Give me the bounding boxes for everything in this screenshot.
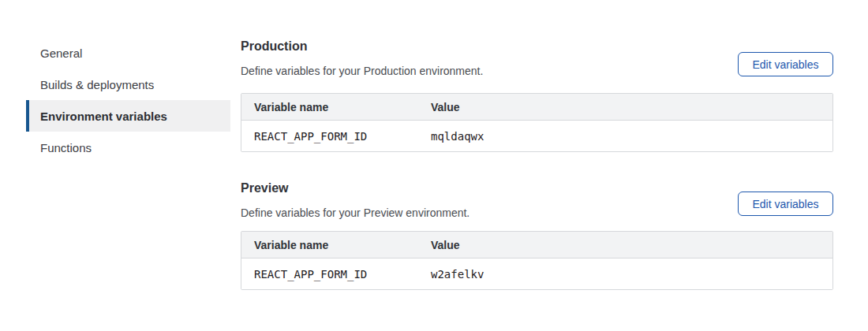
column-header-value: Value	[418, 232, 832, 258]
settings-sidebar: General Builds & deployments Environment…	[26, 37, 230, 163]
variable-name-cell: REACT_APP_FORM_ID	[241, 258, 418, 289]
production-edit-variables-button[interactable]: Edit variables	[738, 52, 833, 76]
table-header-row: Variable name Value	[241, 94, 832, 121]
table-row: REACT_APP_FORM_ID w2afelkv	[241, 258, 832, 289]
preview-variables-table: Variable name Value REACT_APP_FORM_ID w2…	[241, 231, 833, 290]
environment-variables-settings-page: General Builds & deployments Environment…	[0, 0, 868, 331]
preview-edit-variables-button[interactable]: Edit variables	[738, 192, 833, 216]
table-row: REACT_APP_FORM_ID mqldaqwx	[241, 121, 832, 151]
column-header-value: Value	[418, 94, 832, 121]
variable-value-cell: w2afelkv	[418, 258, 832, 289]
sidebar-item-functions[interactable]: Functions	[26, 132, 230, 163]
column-header-variable-name: Variable name	[241, 232, 418, 258]
sidebar-item-builds-deployments[interactable]: Builds & deployments	[26, 69, 230, 100]
variable-name-cell: REACT_APP_FORM_ID	[241, 121, 418, 151]
sidebar-item-environment-variables[interactable]: Environment variables	[26, 100, 230, 132]
table-header-row: Variable name Value	[241, 232, 832, 258]
production-variables-table: Variable name Value REACT_APP_FORM_ID mq…	[241, 93, 833, 152]
variable-value-cell: mqldaqwx	[418, 121, 832, 151]
sidebar-item-general[interactable]: General	[26, 37, 230, 69]
column-header-variable-name: Variable name	[241, 94, 418, 121]
settings-content: Production Define variables for your Pro…	[241, 0, 833, 290]
